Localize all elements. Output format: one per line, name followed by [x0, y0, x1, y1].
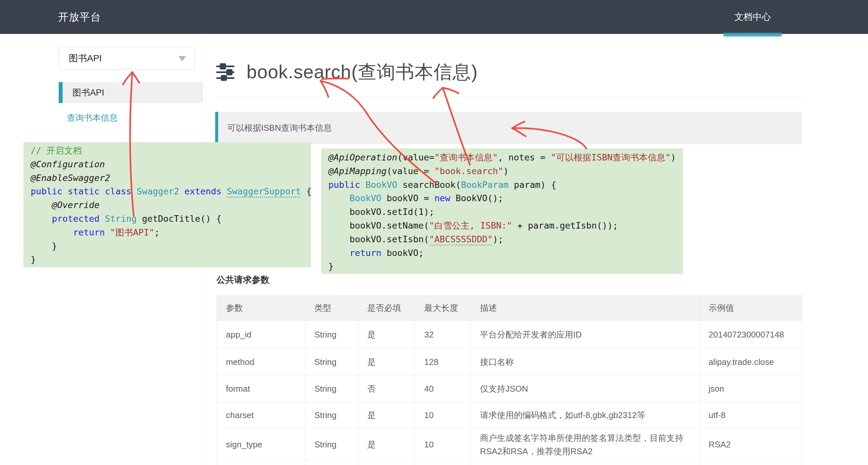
table-cell: 10	[415, 429, 471, 461]
page-title: book.search(查询书本信息)	[247, 60, 478, 85]
table-cell: 10	[415, 402, 471, 429]
table-cell	[471, 461, 700, 465]
nav-doc-center[interactable]: 文档中心	[723, 0, 782, 34]
code-line: return bookVO;	[328, 246, 683, 260]
table-cell: String	[305, 429, 358, 461]
sidebar-item-book-api[interactable]: 图书API	[59, 82, 203, 103]
table-row: formatString否40仅支持JSONjson	[217, 375, 802, 402]
params-table-body: app_idString是32平台分配给开发者的应用ID201407230000…	[217, 321, 802, 465]
table-cell: String	[305, 321, 358, 349]
code-line: bookVO.setId(1);	[328, 205, 683, 219]
table-cell: json	[700, 375, 802, 402]
column-header: 示例值	[700, 296, 802, 321]
code-line: // 开启文档	[31, 144, 311, 157]
code-line: @EnableSwagger2	[31, 171, 311, 185]
sliders-icon	[216, 63, 235, 81]
table-cell: sign_type	[217, 429, 305, 461]
table-cell: 是	[358, 349, 415, 375]
table-row: methodString是128接口名称alipay.trade.close	[217, 349, 802, 375]
code-line: }	[328, 259, 683, 273]
api-summary-banner: 可以根据ISBN查询书本信息	[215, 112, 802, 144]
topbar: 开放平台 文档中心	[0, 0, 868, 34]
code-line: @Configuration	[31, 157, 311, 171]
table-cell	[358, 461, 415, 465]
table-row: sign_typeString是10商户生成签名字符串所使用的签名算法类型，目前…	[217, 429, 802, 461]
api-summary-text: 可以根据ISBN查询书本信息	[227, 122, 332, 134]
sidebar-link-query-book-info[interactable]: 查询书本信息	[67, 112, 118, 124]
column-header: 是否必填	[358, 296, 415, 321]
doc-page: 开放平台 文档中心 图书API 图书API 查询书本信息 boo	[0, 0, 868, 465]
params-table: 参数类型是否必填最大长度描述示例值 app_idString是32平台分配给开发…	[217, 295, 802, 465]
table-cell: 平台分配给开发者的应用ID	[471, 321, 700, 349]
table-cell: format	[217, 375, 305, 402]
params-heading: 公共请求参数	[217, 274, 269, 286]
table-cell	[305, 461, 358, 465]
params-table-head: 参数类型是否必填最大长度描述示例值	[217, 296, 802, 321]
table-cell	[700, 461, 802, 465]
code-line: return "图书API";	[31, 226, 311, 239]
code-line: }	[31, 239, 311, 253]
code-line: @ApiOperation(value="查询书本信息", notes = "可…	[328, 151, 683, 164]
table-cell	[415, 461, 471, 465]
code-line: @Override	[31, 198, 311, 212]
table-cell: app_id	[217, 321, 305, 349]
column-header: 最大长度	[415, 296, 471, 321]
table-cell: String	[305, 402, 358, 429]
brand-open-platform[interactable]: 开放平台	[58, 0, 101, 34]
column-header: 类型	[305, 296, 358, 321]
table-cell: 请求使用的编码格式，如utf-8,gbk,gb2312等	[471, 402, 700, 429]
table-cell: 32	[415, 321, 471, 349]
title-row: book.search(查询书本信息)	[216, 61, 478, 83]
table-cell: String	[305, 349, 358, 375]
table-row-partial	[217, 461, 802, 465]
nav-active-underline	[723, 33, 782, 36]
table-cell: 否	[358, 375, 415, 402]
code-line: bookVO.setName("白雪公主, ISBN:" + param.get…	[328, 219, 683, 232]
table-header-row: 参数类型是否必填最大长度描述示例值	[217, 296, 802, 321]
table-row: app_idString是32平台分配给开发者的应用ID201407230000…	[217, 321, 802, 349]
table-cell: 40	[415, 375, 471, 402]
table-cell: 2014072300007148	[700, 321, 802, 349]
table-cell: RSA2	[700, 429, 802, 461]
code-line: }	[31, 253, 311, 267]
table-cell: 商户生成签名字符串所使用的签名算法类型，目前支持RSA2和RSA，推荐使用RSA…	[471, 429, 700, 461]
table-cell: charset	[217, 402, 305, 429]
code-line: BookVO bookVO = new BookVO();	[328, 191, 683, 205]
table-row: charsetString是10请求使用的编码格式，如utf-8,gbk,gb2…	[217, 402, 802, 429]
chevron-down-icon	[178, 56, 186, 61]
column-header: 参数	[217, 296, 305, 321]
column-header: 描述	[471, 296, 700, 321]
code-block-swagger-config: // 开启文档@Configuration@EnableSwagger2publ…	[24, 142, 311, 268]
api-group-select[interactable]: 图书API	[59, 46, 195, 70]
sidebar-item-label: 图书API	[72, 87, 104, 98]
table-cell: String	[305, 375, 358, 402]
api-group-select-value: 图书API	[69, 52, 102, 65]
table-cell: 是	[358, 429, 415, 461]
table-cell: 是	[358, 402, 415, 429]
table-cell: 是	[358, 321, 415, 349]
table-cell: 接口名称	[471, 349, 700, 375]
table-cell: 仅支持JSON	[471, 375, 700, 402]
table-cell: utf-8	[700, 402, 802, 429]
code-line: bookVO.setIsbn("ABCSSSSDDD");	[328, 232, 683, 246]
table-cell: alipay.trade.close	[700, 349, 802, 375]
title-divider	[216, 96, 802, 96]
code-line: @ApiMapping(value = "book.search")	[328, 164, 683, 178]
code-line: protected String getDocTitle() {	[31, 212, 311, 226]
table-cell: method	[217, 349, 305, 375]
table-cell: 128	[415, 349, 471, 375]
code-line: public BookVO searchBook(BookParam param…	[328, 178, 683, 192]
code-line: public static class Swagger2 extends Swa…	[31, 185, 311, 198]
table-cell	[217, 461, 305, 465]
code-block-api-method: @ApiOperation(value="查询书本信息", notes = "可…	[321, 148, 683, 274]
